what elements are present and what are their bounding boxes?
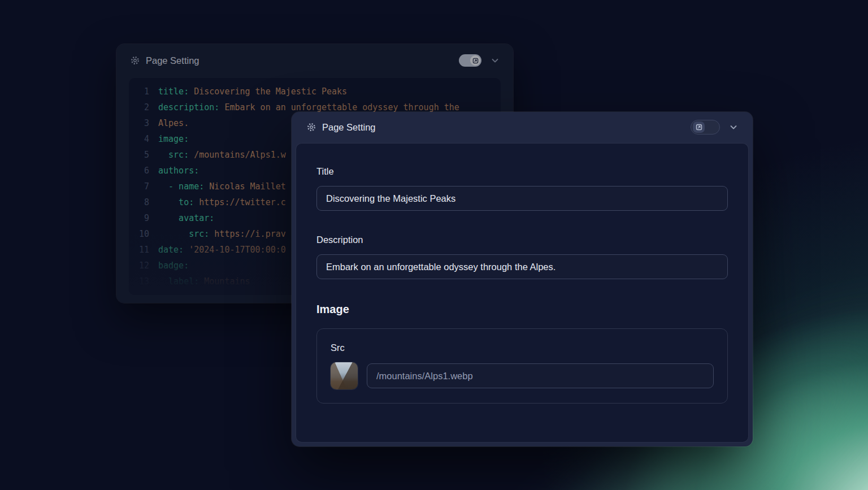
line-number: 10 (136, 226, 149, 242)
line-number: 13 (136, 274, 149, 289)
image-section-heading: Image (316, 303, 728, 316)
code-text: Alpes. (158, 115, 189, 131)
code-text: src: https://i.prav (158, 226, 286, 242)
line-number: 4 (136, 131, 149, 147)
page-setting-form-panel: Page Setting (292, 112, 753, 446)
code-text: image: (158, 131, 189, 147)
line-number: 8 (136, 194, 149, 210)
title-label: Title (316, 166, 728, 177)
src-row (331, 362, 714, 389)
title-input[interactable] (316, 186, 728, 211)
code-text: badge: (158, 258, 189, 274)
page-setting-form: Title Description Image Src (296, 144, 748, 442)
code-text: avatar: (158, 210, 214, 226)
description-field-group: Description (316, 235, 728, 279)
line-number: 11 (136, 242, 149, 258)
stage: Page Setting 1title: (0, 0, 868, 490)
code-text: authors: (158, 163, 199, 179)
code-text: date: '2024-10-17T00:00:0 (158, 242, 286, 258)
line-number: 7 (136, 179, 149, 194)
toggle-knob (693, 122, 705, 133)
gear-icon (306, 122, 316, 132)
view-mode-toggle[interactable] (459, 54, 481, 67)
form-mode-icon (696, 124, 702, 131)
front-panel-header: Page Setting (292, 112, 753, 142)
line-number: 1 (136, 84, 149, 99)
description-label: Description (316, 235, 728, 245)
back-panel-header: Page Setting (116, 44, 513, 77)
line-number: 9 (136, 210, 149, 226)
line-number: 5 (136, 147, 149, 163)
line-number: 3 (136, 115, 149, 131)
image-src-input[interactable] (367, 363, 714, 388)
panel-title: Page Setting (146, 55, 199, 66)
src-label: Src (331, 342, 714, 353)
form-mode-icon (472, 58, 479, 64)
chevron-down-icon[interactable] (729, 123, 738, 132)
description-input[interactable] (316, 254, 728, 279)
image-thumbnail (331, 362, 358, 389)
panel-title: Page Setting (322, 122, 376, 133)
code-text: - name: Nicolas Maillet (158, 179, 286, 194)
code-text: src: /mountains/Alps1.w (158, 147, 286, 163)
code-line: 1title: Discovering the Majestic Peaks (136, 84, 494, 99)
chevron-down-icon[interactable] (491, 56, 500, 65)
view-mode-toggle[interactable] (691, 120, 720, 135)
line-number: 2 (136, 99, 149, 115)
code-text: title: Discovering the Majestic Peaks (158, 84, 347, 99)
code-text: to: https://twitter.c (158, 194, 286, 210)
code-text: label: Mountains (158, 274, 250, 289)
title-field-group: Title (316, 166, 728, 211)
image-section: Src (316, 328, 728, 404)
line-number: 6 (136, 163, 149, 179)
gear-icon (130, 55, 140, 66)
toggle-knob (470, 55, 480, 66)
line-number: 12 (136, 258, 149, 274)
